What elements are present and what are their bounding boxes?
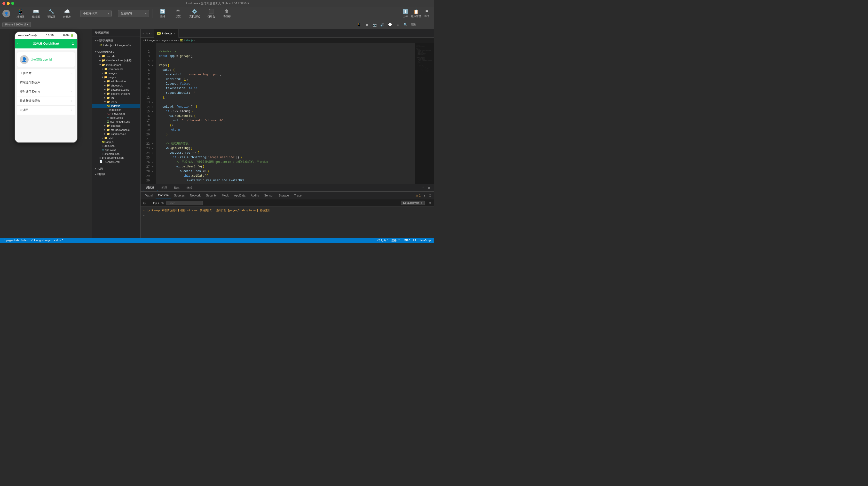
file-app-wxss[interactable]: ≋ app.wxss <box>92 148 140 152</box>
statusbar-language[interactable]: JavaScript <box>419 239 432 242</box>
folder-storageconsole[interactable]: ▶ 📁 storageConsole <box>92 128 140 132</box>
folder-vscode[interactable]: ▶ 📁 .vscode <box>92 54 140 58</box>
editor-button[interactable]: ⌨️ 编辑器 <box>29 7 43 20</box>
compile-mode-selector[interactable]: 普通编辑 ▾ <box>118 10 149 17</box>
devtools-tab-wxml[interactable]: Wxml <box>143 193 155 198</box>
phone-section-upload[interactable]: 上传图片 › <box>17 69 75 78</box>
open-editors-title[interactable]: ▶ 打开的编辑器 <box>92 38 140 43</box>
phone-section-function[interactable]: 快速新建云函数 › <box>17 96 75 106</box>
devtools-more-btn[interactable]: ⋮ <box>423 193 427 198</box>
tab-index-js[interactable]: JS index.js ✕ <box>154 29 179 37</box>
filter-input[interactable] <box>166 201 203 205</box>
console-eye-icon[interactable]: 👁 <box>161 201 164 205</box>
folder-style[interactable]: ▶ 📁 style <box>92 136 140 140</box>
open-file-item[interactable]: JS index.js miniprogram/pa... <box>92 43 140 47</box>
mode-selector[interactable]: 小程序模式 ▾ <box>80 10 112 17</box>
folder-userconsole[interactable]: ▶ 📁 userConsole <box>92 132 140 136</box>
debug-tab-debugger[interactable]: 调试器 <box>143 185 157 191</box>
file-index-js[interactable]: JS index.js <box>92 104 140 108</box>
outline-section[interactable]: ▶ 大纲 <box>92 166 140 171</box>
console-clear-icon[interactable]: ⊘ <box>143 201 146 205</box>
file-index-wxss[interactable]: ≋ index.wxss <box>92 116 140 120</box>
file-readme[interactable]: 📄 README.md <box>92 160 140 164</box>
devtools-tab-audits[interactable]: Audits <box>248 193 261 198</box>
simulator-button[interactable]: 📱 模拟器 <box>13 7 28 20</box>
device-selector[interactable]: iPhone 5 100% 16 ▾ <box>2 22 31 27</box>
screenshot-icon[interactable]: 📷 <box>371 22 377 28</box>
phone-section-database[interactable]: 前端操作数据库 › <box>17 78 75 87</box>
upload-button[interactable]: ⬆️ 上传 <box>401 9 410 19</box>
debug-tab-issues[interactable]: 问题 <box>158 185 170 191</box>
folder-miniprogram[interactable]: ▶ 📂 miniprogram <box>92 63 140 67</box>
file-index-json[interactable]: {} index.json <box>92 108 140 112</box>
devtools-tab-security[interactable]: Security <box>204 193 219 198</box>
statusbar-path[interactable]: ⎇ pages/index/index <box>2 239 28 242</box>
cloudbase-title[interactable]: ▶ CLOUDBASE <box>92 49 140 54</box>
debug-button[interactable]: 🔧 调试器 <box>44 7 59 20</box>
level-select[interactable]: Default levels ▾ <box>401 201 425 205</box>
debug-tab-terminal[interactable]: 终端 <box>184 185 195 191</box>
folder-pages[interactable]: ▶ 📂 pages <box>92 75 140 79</box>
cloud-button[interactable]: ☁️ 云开发 <box>60 7 74 20</box>
devtools-tab-network[interactable]: Network <box>188 193 203 198</box>
statusbar-branch[interactable]: ⎇ lidong-storage* <box>30 239 52 242</box>
folder-databaseguide[interactable]: ▶ 📁 databaseGuide <box>92 88 140 92</box>
folder-index[interactable]: ▶ 📂 index <box>92 100 140 104</box>
devtools-tab-appdata[interactable]: AppData <box>232 193 248 198</box>
folder-openapi[interactable]: ▶ 📁 openapi <box>92 124 140 128</box>
tab-toolbar-left[interactable]: ≡ ☆ ‹ › <box>141 32 154 35</box>
devtools-tab-mock[interactable]: Mock <box>219 193 231 198</box>
folder-components[interactable]: ▶ 📁 components <box>92 67 140 71</box>
close-button[interactable] <box>2 2 5 5</box>
devtools-tab-console[interactable]: Console <box>156 193 171 198</box>
openid-link[interactable]: 点击获取 openId <box>31 58 52 62</box>
statusbar-encoding[interactable]: UTF-8 <box>403 239 410 242</box>
folder-addfunction[interactable]: ▶ 📁 addFunction <box>92 79 140 83</box>
statusbar-line-col[interactable]: 行 1, 列 1 <box>377 239 389 242</box>
version-mgmt-button[interactable]: 📋 版本管理 <box>411 9 421 19</box>
panel-up-btn[interactable]: ⌃ <box>421 186 426 190</box>
detail-button[interactable]: ≡ 详情 <box>422 9 432 19</box>
debug-prompt[interactable]: > <box>143 214 432 217</box>
devtools-tab-storage[interactable]: Storage <box>276 193 291 198</box>
more-icon[interactable]: ··· <box>426 22 432 28</box>
phone-section-api[interactable]: 云调用 › <box>17 106 75 115</box>
minimize-button[interactable] <box>7 2 10 5</box>
file-app-json[interactable]: {} app.json <box>92 144 140 148</box>
statusbar-errors[interactable]: ✕ 0 ⚠ 0 <box>54 239 63 242</box>
devtools-tab-sensor[interactable]: Sensor <box>262 193 276 198</box>
layout-icon[interactable]: ⊞ <box>418 22 424 28</box>
statusbar-spaces[interactable]: 空格: 2 <box>391 239 400 242</box>
console-pause-icon[interactable]: ⏸ <box>148 201 151 205</box>
preview-button[interactable]: 👁 预览 <box>171 8 185 19</box>
user-avatar[interactable]: 👤 <box>2 10 10 18</box>
backend-button[interactable]: ⬛ 切后台 <box>204 8 218 20</box>
devtools-tab-sources[interactable]: Sources <box>172 193 187 198</box>
folder-deployfunctions[interactable]: ▶ 📁 deployFunctions <box>92 92 140 96</box>
file-app-js[interactable]: JS app.js <box>92 140 140 144</box>
folder-im[interactable]: ▶ 📁 im <box>92 96 140 100</box>
file-user-unlogin[interactable]: 🖼 user-unlogin.png <box>92 120 140 124</box>
file-index-wxml[interactable]: ≺/≻ index.wxml <box>92 112 140 116</box>
statusbar-line-ending[interactable]: LF <box>413 239 416 242</box>
devtools-settings-btn[interactable]: ⚙ <box>428 194 432 197</box>
terminal-icon[interactable]: ⌨ <box>410 22 416 28</box>
folder-cloudfunctions[interactable]: ▶ 📁 cloudfunctions | (未选... <box>92 58 140 63</box>
speech-icon[interactable]: 🔊 <box>379 22 385 28</box>
console-gear-icon[interactable]: ⚙ <box>428 201 432 205</box>
file-project-config[interactable]: {} project.config.json <box>92 156 140 160</box>
compile-button[interactable]: 🔄 编译 <box>155 8 170 20</box>
list-icon[interactable]: ≡ <box>395 22 401 28</box>
search-icon[interactable]: 🔍 <box>403 22 408 28</box>
warning-badge[interactable]: ⚠ 1 <box>415 194 421 197</box>
debug-tab-output[interactable]: 输出 <box>171 185 183 191</box>
devtools-tab-trace[interactable]: Trace <box>292 193 304 198</box>
real-debug-button[interactable]: ⚙️ 真机调试 <box>186 8 203 20</box>
tab-close-btn[interactable]: ✕ <box>174 32 176 35</box>
panel-close-btn[interactable]: ✕ <box>427 186 432 190</box>
file-sitemap-json[interactable]: {} sitemap.json <box>92 152 140 156</box>
folder-images[interactable]: ▶ 📁 images <box>92 71 140 75</box>
chat-icon[interactable]: 💬 <box>387 22 393 28</box>
maximize-button[interactable] <box>11 2 14 5</box>
phone-section-openid[interactable]: 👤 点击获取 openId <box>17 52 75 67</box>
